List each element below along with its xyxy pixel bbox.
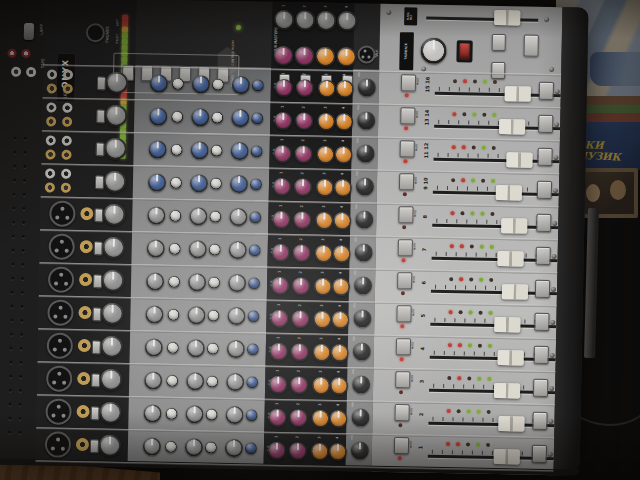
aux-send-knob-2[interactable] (296, 79, 314, 97)
eq-knob-4[interactable] (209, 243, 221, 255)
aux-send-knob-4[interactable] (333, 212, 351, 230)
aux-send-knob-3[interactable] (316, 179, 334, 197)
eq-knob-2[interactable] (166, 375, 178, 387)
channel-fader[interactable] (499, 119, 525, 134)
eq-knob-2[interactable] (170, 177, 182, 189)
eq-knob-6[interactable] (247, 310, 259, 322)
eq-knob-4[interactable] (208, 276, 220, 288)
eq-knob-1[interactable] (148, 140, 166, 158)
pan-knob[interactable] (354, 276, 372, 294)
xlr-input[interactable] (46, 365, 72, 391)
gain-knob[interactable] (100, 368, 122, 390)
aux-send-knob-2[interactable] (289, 442, 307, 460)
pan-knob[interactable] (356, 177, 374, 195)
aux-send-knob-4[interactable] (331, 344, 349, 362)
stereo-jack-right[interactable] (63, 70, 73, 80)
mute-button[interactable] (399, 173, 414, 190)
aux-send-knob-1[interactable] (269, 376, 287, 394)
stereo-rca-right[interactable] (61, 183, 71, 193)
eq-knob-1[interactable] (144, 371, 162, 389)
channel-fader[interactable] (498, 251, 524, 266)
solo-button[interactable] (534, 313, 549, 331)
aux-send-knob-4[interactable] (336, 80, 354, 98)
stereo-jack-right[interactable] (61, 169, 71, 179)
mute-button[interactable] (398, 239, 413, 256)
aux-master-knob-8[interactable] (336, 47, 356, 67)
aux-master-knob-4[interactable] (337, 11, 357, 31)
aux-send-knob-1[interactable] (273, 178, 291, 196)
eq-knob-5[interactable] (231, 109, 249, 127)
eq-knob-1[interactable] (145, 305, 163, 323)
gain-knob[interactable] (101, 302, 123, 324)
mute-button[interactable] (396, 305, 411, 322)
aux-send-knob-1[interactable] (272, 211, 290, 229)
eq-knob-5[interactable] (225, 439, 243, 457)
channel-switch[interactable] (91, 373, 100, 387)
aux-send-knob-4[interactable] (330, 377, 348, 395)
gain-knob[interactable] (103, 203, 125, 225)
pan-knob[interactable] (357, 111, 375, 129)
channel-switch[interactable] (93, 274, 102, 288)
aux-send-knob-2[interactable] (295, 112, 313, 130)
stereo-jack-left[interactable] (45, 168, 55, 178)
aux-master-knob-5[interactable] (273, 46, 293, 66)
eq-knob-1[interactable] (149, 107, 167, 125)
gain-knob[interactable] (103, 236, 125, 258)
aux-send-knob-4[interactable] (329, 410, 347, 428)
mute-button[interactable] (396, 338, 411, 355)
eq-knob-3[interactable] (185, 405, 203, 423)
eq-knob-3[interactable] (185, 438, 203, 456)
eq-knob-2[interactable] (169, 210, 181, 222)
eq-knob-5[interactable] (230, 142, 248, 160)
eq-knob-1[interactable] (143, 437, 161, 455)
eq-knob-4[interactable] (209, 210, 221, 222)
mute-button[interactable] (397, 272, 412, 289)
eq-knob-3[interactable] (187, 339, 205, 357)
gain-knob[interactable] (105, 104, 127, 126)
aux-send-knob-2[interactable] (291, 310, 309, 328)
eq-knob-6[interactable] (249, 244, 261, 256)
eq-knob-6[interactable] (245, 409, 257, 421)
eq-knob-3[interactable] (186, 372, 204, 390)
pan-knob[interactable] (356, 144, 374, 162)
line-jack[interactable] (78, 306, 91, 319)
eq-knob-6[interactable] (246, 376, 258, 388)
pan-knob[interactable] (352, 375, 370, 393)
solo-button[interactable] (534, 346, 549, 364)
aux-send-knob-3[interactable] (312, 376, 330, 394)
eq-knob-5[interactable] (229, 208, 247, 226)
eq-knob-1[interactable] (147, 239, 165, 257)
aux-send-knob-2[interactable] (294, 178, 312, 196)
xlr-input[interactable] (45, 431, 71, 457)
channel-switch[interactable] (94, 208, 103, 222)
aux-send-knob-3[interactable] (318, 80, 336, 98)
aux-send-knob-1[interactable] (270, 310, 288, 328)
aux-send-knob-3[interactable] (314, 278, 332, 296)
pan-knob[interactable] (358, 78, 376, 96)
aux-send-knob-1[interactable] (268, 442, 286, 460)
aux-send-knob-4[interactable] (334, 146, 352, 164)
aux-send-knob-4[interactable] (334, 179, 352, 197)
aux-send-knob-2[interactable] (289, 409, 307, 427)
solo-button[interactable] (539, 82, 554, 100)
eq-knob-4[interactable] (210, 177, 222, 189)
aux-send-knob-3[interactable] (311, 409, 329, 427)
channel-fader[interactable] (501, 218, 527, 233)
aux-send-knob-4[interactable] (335, 113, 353, 131)
pan-knob[interactable] (353, 309, 371, 327)
stereo-rca-left[interactable] (45, 149, 55, 159)
channel-fader[interactable] (498, 416, 524, 431)
stereo-rca-left[interactable] (45, 182, 55, 192)
eq-knob-1[interactable] (147, 206, 165, 224)
xlr-input[interactable] (45, 398, 71, 424)
solo-button[interactable] (532, 412, 547, 430)
eq-knob-3[interactable] (190, 141, 208, 159)
pan-knob[interactable] (351, 441, 369, 459)
mute-button[interactable] (400, 107, 415, 124)
channel-fader[interactable] (494, 383, 520, 398)
aux-send-knob-4[interactable] (332, 278, 350, 296)
gain-knob[interactable] (106, 71, 128, 93)
stereo-jack-left[interactable] (46, 135, 56, 145)
channel-switch[interactable] (96, 109, 105, 123)
channel-switch[interactable] (94, 241, 103, 255)
